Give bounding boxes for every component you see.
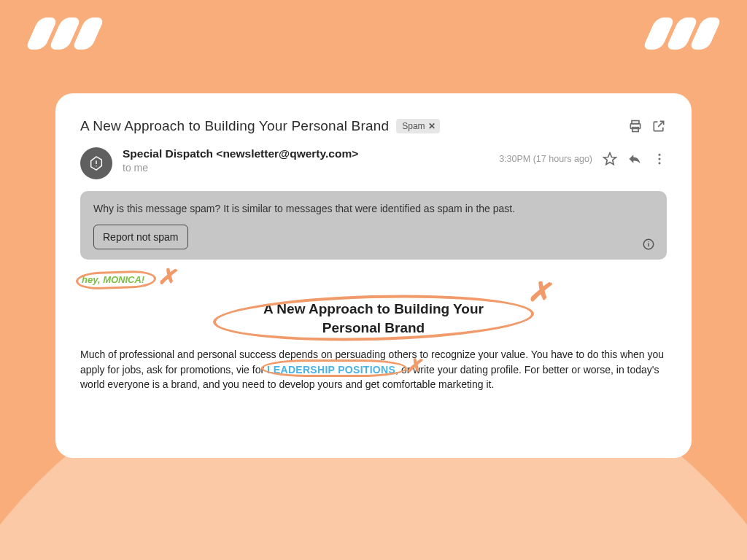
- greeting-text: hey, MONICA!: [80, 273, 146, 287]
- leadership-link[interactable]: LEADERSHIP POSITIONS: [267, 364, 395, 376]
- greeting-wrap: hey, MONICA!: [80, 273, 146, 287]
- open-external-icon[interactable]: [651, 118, 667, 134]
- report-not-spam-button[interactable]: Report not spam: [93, 225, 188, 249]
- avatar: [80, 147, 112, 179]
- title-line-1: A New Approach to Building Your: [263, 301, 484, 316]
- email-body: hey, MONICA! A New Approach to Building …: [80, 273, 667, 392]
- spam-label-text: Spam: [402, 121, 425, 131]
- spam-label-chip[interactable]: Spam ✕: [396, 119, 439, 133]
- hexagon-warning-icon: [88, 155, 104, 171]
- spam-banner: Why is this message spam? It is similar …: [80, 191, 667, 260]
- corner-slashes-right: [649, 18, 715, 50]
- email-title: A New Approach to Building Your Personal…: [220, 300, 527, 337]
- sender-row: Special Dispatch <newsletter@qwerty.com>…: [80, 147, 667, 179]
- sender-info: Special Dispatch <newsletter@qwerty.com>…: [123, 147, 358, 174]
- subject-row: A New Approach to Building Your Personal…: [80, 118, 667, 134]
- more-vertical-icon[interactable]: [652, 152, 667, 166]
- info-icon[interactable]: [642, 238, 655, 251]
- email-card: A New Approach to Building Your Personal…: [55, 93, 692, 458]
- spam-banner-text: Why is this message spam? It is similar …: [93, 203, 654, 214]
- svg-marker-5: [604, 153, 616, 165]
- close-icon[interactable]: ✕: [428, 121, 436, 131]
- email-subject: A New Approach to Building Your Personal…: [80, 118, 389, 134]
- reply-icon[interactable]: [627, 152, 642, 166]
- star-icon[interactable]: [603, 152, 617, 166]
- svg-point-6: [659, 154, 661, 156]
- corner-slashes-left: [32, 18, 98, 50]
- sender-name: Special Dispatch <newsletter@qwerty.com>: [123, 147, 358, 160]
- timestamp: 3:30PM (17 hours ago): [499, 154, 592, 164]
- annotation-circle: [212, 291, 534, 344]
- to-line: to me: [123, 162, 358, 174]
- annotation-x-icon: [527, 276, 557, 309]
- svg-point-4: [96, 166, 96, 166]
- svg-point-7: [659, 158, 661, 160]
- annotation-x-icon: [157, 264, 181, 291]
- title-line-2: Personal Brand: [322, 320, 425, 335]
- email-paragraph: Much of professional and personal succes…: [80, 347, 667, 392]
- print-icon[interactable]: [627, 118, 643, 134]
- svg-point-11: [648, 241, 649, 242]
- meta-row: 3:30PM (17 hours ago): [499, 147, 667, 166]
- svg-point-8: [659, 162, 661, 164]
